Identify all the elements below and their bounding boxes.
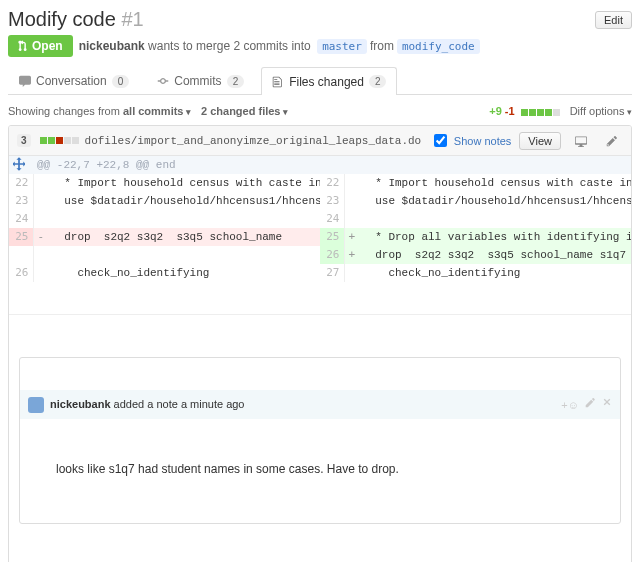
file-path[interactable]: dofiles/import_and_anonyimze_original_le…	[85, 135, 422, 147]
base-branch[interactable]: master	[317, 39, 367, 54]
edit-button[interactable]: Edit	[595, 11, 632, 29]
all-commits-dropdown[interactable]: all commits	[123, 105, 191, 117]
additions-count: +9	[489, 105, 502, 117]
state-badge: Open	[8, 35, 73, 57]
view-button[interactable]: View	[519, 132, 561, 150]
pencil-icon[interactable]	[601, 132, 623, 150]
pencil-icon[interactable]	[585, 397, 596, 413]
pr-title: Modify code	[8, 8, 116, 30]
tab-files[interactable]: Files changed 2	[261, 67, 397, 95]
avatar	[28, 397, 44, 413]
head-branch[interactable]: modify_code	[397, 39, 480, 54]
close-icon[interactable]	[602, 397, 612, 413]
tab-conversation[interactable]: Conversation 0	[8, 67, 140, 94]
plus-smiley-icon[interactable]: +☺	[561, 397, 579, 413]
tab-commits[interactable]: Commits 2	[146, 67, 255, 94]
show-notes-checkbox[interactable]: Show notes	[430, 131, 511, 150]
pr-number: #1	[121, 8, 143, 30]
file-diff-squares	[40, 137, 79, 144]
line-comment: nickeubank added a note a minute ago +☺ …	[19, 357, 621, 524]
file-change-count: 3	[17, 134, 31, 147]
desktop-icon[interactable]	[569, 132, 593, 150]
diff-indicator	[521, 109, 560, 116]
deletions-count: -1	[505, 105, 515, 117]
expand-icon[interactable]	[9, 156, 33, 174]
diff-options-dropdown[interactable]: Diff options	[570, 105, 632, 117]
changed-files-dropdown[interactable]: 2 changed files	[201, 105, 288, 117]
pr-author[interactable]: nickeubank	[79, 39, 145, 53]
